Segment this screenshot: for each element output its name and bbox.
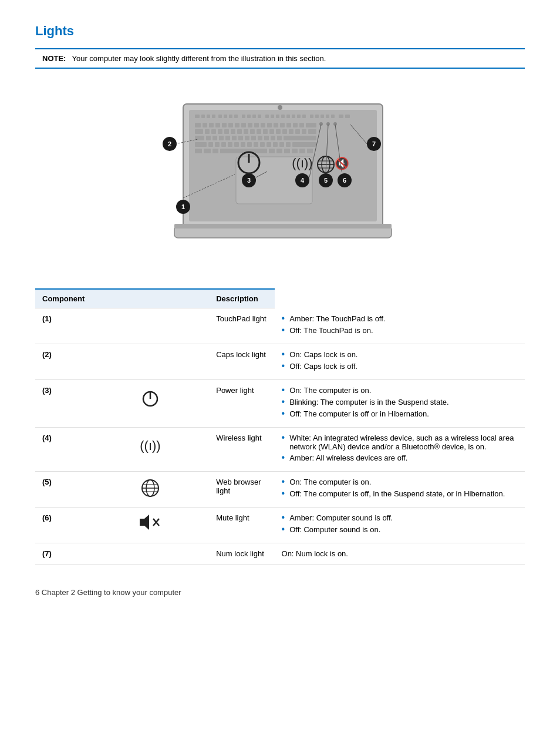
svg-rect-78 xyxy=(264,136,269,140)
svg-rect-70 xyxy=(212,136,217,140)
svg-text:6: 6 xyxy=(343,177,346,184)
svg-rect-102 xyxy=(276,149,282,153)
bullet-item: Amber: The TouchPad is off. xyxy=(282,314,518,324)
svg-rect-104 xyxy=(292,149,298,153)
svg-text:2: 2 xyxy=(168,140,171,147)
svg-rect-66 xyxy=(302,129,306,134)
svg-rect-14 xyxy=(265,115,269,118)
svg-text:🔇: 🔇 xyxy=(335,156,349,170)
component-icon xyxy=(92,543,209,564)
bullet-item: White: An integrated wireless device, su… xyxy=(282,434,518,451)
page-footer: 6 Chapter 2 Getting to know your compute… xyxy=(35,588,525,597)
note-label: NOTE: xyxy=(42,54,66,63)
svg-rect-91 xyxy=(260,142,265,147)
svg-rect-81 xyxy=(284,136,316,140)
component-description: On: Num lock is on. xyxy=(275,543,525,564)
component-id: (7) xyxy=(35,543,92,564)
svg-rect-79 xyxy=(271,136,275,140)
svg-rect-72 xyxy=(225,136,230,140)
svg-rect-7 xyxy=(224,115,227,118)
svg-text:4: 4 xyxy=(301,177,305,184)
component-id: (1) xyxy=(35,308,92,344)
bullet-item: Off: Caps lock is off. xyxy=(282,362,518,371)
component-id: (5) xyxy=(35,471,92,507)
svg-rect-97 xyxy=(195,149,202,153)
svg-text:3: 3 xyxy=(247,177,251,184)
svg-rect-69 xyxy=(206,136,211,140)
svg-rect-5 xyxy=(212,115,215,118)
svg-rect-13 xyxy=(258,115,261,118)
svg-rect-3 xyxy=(201,115,205,118)
svg-rect-27 xyxy=(339,115,343,118)
svg-rect-37 xyxy=(228,123,233,127)
svg-rect-22 xyxy=(310,115,313,118)
bullet-item: On: Caps lock is on. xyxy=(282,350,518,359)
component-name: Mute light xyxy=(209,507,274,543)
svg-rect-76 xyxy=(251,136,256,140)
component-name: Web browser light xyxy=(209,471,274,507)
svg-rect-44 xyxy=(274,123,278,127)
page-title: Lights xyxy=(35,23,525,39)
svg-rect-57 xyxy=(244,129,248,134)
svg-rect-35 xyxy=(215,123,220,127)
component-description: White: An integrated wireless device, su… xyxy=(275,427,525,471)
svg-rect-9 xyxy=(234,115,238,118)
svg-rect-53 xyxy=(218,129,222,134)
col-component-name xyxy=(92,289,209,308)
svg-rect-90 xyxy=(254,142,258,147)
svg-text:((ı)): ((ı)) xyxy=(140,438,160,453)
svg-rect-24 xyxy=(321,115,324,118)
svg-rect-38 xyxy=(235,123,239,127)
bullet-item: Off: The computer is off or in Hibernati… xyxy=(282,409,518,419)
svg-rect-48 xyxy=(299,123,304,127)
svg-marker-149 xyxy=(140,515,149,530)
svg-rect-77 xyxy=(258,136,262,140)
svg-rect-71 xyxy=(219,136,224,140)
component-icon: ((ı)) xyxy=(92,427,209,471)
svg-rect-89 xyxy=(247,142,252,147)
bullet-item: Blinking: The computer is in the Suspend… xyxy=(282,398,518,407)
svg-rect-47 xyxy=(293,123,298,127)
svg-rect-26 xyxy=(331,115,335,118)
svg-rect-49 xyxy=(306,123,316,127)
svg-rect-67 xyxy=(308,129,316,134)
svg-rect-99 xyxy=(212,149,218,153)
svg-rect-12 xyxy=(252,115,256,118)
svg-rect-73 xyxy=(232,136,237,140)
bullet-item: Off: The TouchPad is on. xyxy=(282,326,518,335)
svg-rect-103 xyxy=(284,149,290,153)
component-description: On: Caps lock is on.Off: Caps lock is of… xyxy=(275,344,525,379)
svg-rect-60 xyxy=(263,129,268,134)
svg-rect-16 xyxy=(276,115,279,118)
svg-rect-93 xyxy=(273,142,278,147)
svg-rect-42 xyxy=(261,123,265,127)
svg-rect-106 xyxy=(307,149,313,153)
svg-rect-83 xyxy=(208,142,213,147)
svg-rect-96 xyxy=(292,142,316,147)
svg-rect-62 xyxy=(276,129,281,134)
component-id: (6) xyxy=(35,507,92,543)
svg-rect-88 xyxy=(241,142,245,147)
component-description: Amber: Computer sound is off.Off: Comput… xyxy=(275,507,525,543)
table-row: (7)Num lock lightOn: Num lock is on. xyxy=(35,543,525,564)
svg-rect-74 xyxy=(238,136,243,140)
note-text: Your computer may look slightly differen… xyxy=(72,54,326,63)
svg-rect-32 xyxy=(195,123,201,127)
laptop-diagram: 1 2 3 4 ((ı)) 5 6 🔇 7 xyxy=(35,80,525,274)
svg-rect-58 xyxy=(250,129,255,134)
svg-rect-65 xyxy=(295,129,300,134)
svg-rect-8 xyxy=(229,115,232,118)
svg-rect-39 xyxy=(241,123,246,127)
svg-rect-64 xyxy=(289,129,294,134)
svg-rect-17 xyxy=(281,115,285,118)
svg-rect-82 xyxy=(195,142,207,147)
svg-rect-61 xyxy=(269,129,274,134)
svg-text:5: 5 xyxy=(324,177,328,184)
svg-rect-95 xyxy=(286,142,291,147)
component-description: On: The computer is on.Off: The computer… xyxy=(275,471,525,507)
component-name: Wireless light xyxy=(209,427,274,471)
svg-text:7: 7 xyxy=(372,140,376,147)
svg-rect-19 xyxy=(292,115,295,118)
svg-rect-50 xyxy=(195,129,203,134)
svg-rect-45 xyxy=(280,123,285,127)
